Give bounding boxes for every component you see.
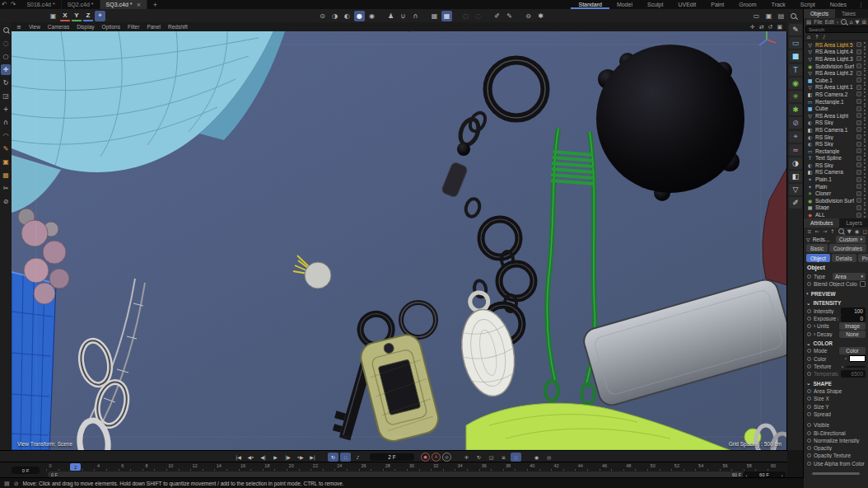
up-icon[interactable]: ↑: [830, 228, 834, 235]
timeline-start-field[interactable]: 0 F: [12, 467, 40, 474]
sound-toggle[interactable]: ♪: [352, 453, 363, 462]
attr-tab-basic[interactable]: Basic: [806, 244, 828, 252]
forward-icon[interactable]: →: [823, 228, 827, 235]
visibility-dots[interactable]: [864, 120, 866, 125]
layout-tab-paint[interactable]: Paint: [703, 0, 731, 9]
rotate-tool[interactable]: ↻: [1, 77, 11, 88]
pan-view-icon[interactable]: ✛: [750, 24, 755, 30]
visibility-dots[interactable]: [864, 92, 866, 97]
lock-icon[interactable]: ◉: [855, 228, 860, 235]
object-row[interactable]: ◧RS Camera.1: [804, 126, 868, 134]
viewport[interactable]: ≡ ViewCamerasDisplayOptionsFilterPanelRe…: [12, 22, 787, 450]
attr-tab-details[interactable]: Details: [832, 254, 856, 262]
enable-toggle[interactable]: [856, 148, 861, 153]
search-icon[interactable]: [841, 19, 847, 25]
layout-tab-nodes[interactable]: Nodes: [823, 0, 854, 9]
volume-icon[interactable]: ◑: [789, 157, 802, 169]
enable-toggle[interactable]: [856, 134, 861, 139]
remove-icon[interactable]: ⊖: [523, 11, 534, 21]
dolly-view-icon[interactable]: ⇄: [759, 24, 764, 30]
enable-toggle[interactable]: [856, 77, 861, 82]
undo-icon[interactable]: ↶: [2, 1, 7, 8]
viewport-menu-display[interactable]: Display: [77, 24, 94, 30]
visibility-dots[interactable]: [864, 77, 866, 83]
enable-toggle[interactable]: [856, 56, 861, 61]
animation-dot-icon[interactable]: [807, 453, 811, 458]
object-row[interactable]: ✦Plain: [804, 183, 868, 190]
enable-toggle[interactable]: [856, 177, 861, 182]
visibility-dots[interactable]: [864, 106, 866, 111]
animation-dot-icon[interactable]: [807, 357, 811, 361]
attributes-mode-dropdown[interactable]: Custom ▾: [836, 236, 866, 243]
preview-range-bar[interactable]: 0 F 60 F: [48, 472, 744, 477]
filter-icon[interactable]: ▼: [856, 19, 860, 26]
visibility-dots[interactable]: [864, 113, 866, 119]
primitive-group-tool[interactable]: ▦: [1, 170, 11, 181]
object-row[interactable]: ◉Subdivision Surface.1: [804, 63, 868, 70]
visibility-dots[interactable]: [864, 49, 866, 54]
enable-toggle[interactable]: [856, 205, 861, 210]
viewport-menu-cameras[interactable]: Cameras: [48, 24, 69, 30]
goto-start-button[interactable]: |◀: [233, 453, 244, 462]
enable-toggle[interactable]: [856, 63, 861, 68]
object-row[interactable]: ◐RS Sky: [804, 162, 868, 169]
up-icon[interactable]: ↑: [814, 34, 819, 40]
animation-dot-icon[interactable]: [807, 349, 811, 353]
brush-settings-icon[interactable]: ✎: [504, 11, 515, 21]
spline-wrap-icon[interactable]: ≈: [789, 144, 802, 156]
menu-icon[interactable]: ≡: [807, 228, 811, 235]
workplane-icon[interactable]: ▦: [429, 11, 440, 21]
blend-object-color-checkbox[interactable]: [860, 281, 866, 287]
spline-pen-icon[interactable]: ✎: [789, 24, 802, 35]
visibility-dots[interactable]: [864, 155, 866, 161]
enable-toggle[interactable]: [856, 170, 861, 175]
viewport-scene[interactable]: [12, 31, 787, 450]
object-row[interactable]: ✦Plain.1: [804, 176, 868, 183]
layout-film-icon[interactable]: ▤: [776, 11, 786, 21]
record-position-button[interactable]: ✛: [461, 453, 472, 462]
axis-gizmo-icon[interactable]: [756, 29, 777, 52]
viewport-solo-icon[interactable]: ▣: [48, 11, 58, 21]
enable-toggle[interactable]: [856, 49, 861, 54]
object-row[interactable]: ▽RS Area Light.3: [804, 55, 868, 63]
visibility-dots[interactable]: [864, 84, 866, 90]
tab-attributes[interactable]: Attributes: [804, 218, 839, 228]
visibility-dots[interactable]: [864, 134, 866, 140]
visibility-dots[interactable]: [864, 70, 866, 76]
keyframe-snap-toggle[interactable]: ∷: [340, 453, 351, 462]
redo-icon[interactable]: ↷: [11, 1, 16, 8]
magnify-icon[interactable]: [788, 11, 799, 21]
solo-animation-button[interactable]: ◉: [531, 453, 542, 462]
animation-dot-icon[interactable]: [807, 372, 811, 376]
document-tab[interactable]: SQ2.c4d *: [62, 0, 100, 9]
animation-dot-icon[interactable]: [807, 274, 811, 279]
spline-arc-tool[interactable]: ◠: [1, 130, 11, 141]
rotate-view-icon[interactable]: ↺: [768, 24, 773, 30]
magnet-tool-icon[interactable]: ∪: [398, 11, 408, 21]
layout-tab-model[interactable]: Model: [609, 0, 640, 9]
layout-tab-track[interactable]: Track: [764, 0, 793, 9]
object-row[interactable]: ▦Stage: [804, 204, 868, 212]
next-key-button[interactable]: •▶: [295, 453, 306, 462]
animation-dot-icon[interactable]: [807, 309, 811, 313]
enable-toggle[interactable]: [856, 191, 861, 196]
units-button[interactable]: Image: [839, 322, 866, 330]
enable-toggle[interactable]: [856, 162, 861, 167]
object-row[interactable]: ◐RS Sky: [804, 134, 868, 141]
record-parameter-button[interactable]: ≡: [498, 453, 509, 462]
visibility-dots[interactable]: [864, 63, 866, 69]
visibility-dots[interactable]: [864, 162, 866, 168]
mode-a-icon[interactable]: ○: [460, 11, 471, 21]
layout-save-icon[interactable]: ▣: [763, 11, 774, 21]
gi-sphere-icon[interactable]: ◑: [329, 11, 340, 21]
prev-frame-button[interactable]: ◀|: [258, 453, 268, 462]
panel-scrollbar[interactable]: [812, 472, 860, 475]
current-frame-field[interactable]: 2 F: [370, 453, 414, 461]
visibility-dots[interactable]: [864, 141, 866, 147]
enable-toggle[interactable]: [856, 71, 861, 76]
intensity-field[interactable]: 100: [841, 307, 866, 315]
camera-tool-icon[interactable]: ◧: [789, 171, 802, 182]
timeline-playhead[interactable]: 2: [70, 463, 81, 471]
visibility-dots[interactable]: [864, 204, 866, 210]
animation-palette-button[interactable]: ◎: [544, 453, 554, 462]
